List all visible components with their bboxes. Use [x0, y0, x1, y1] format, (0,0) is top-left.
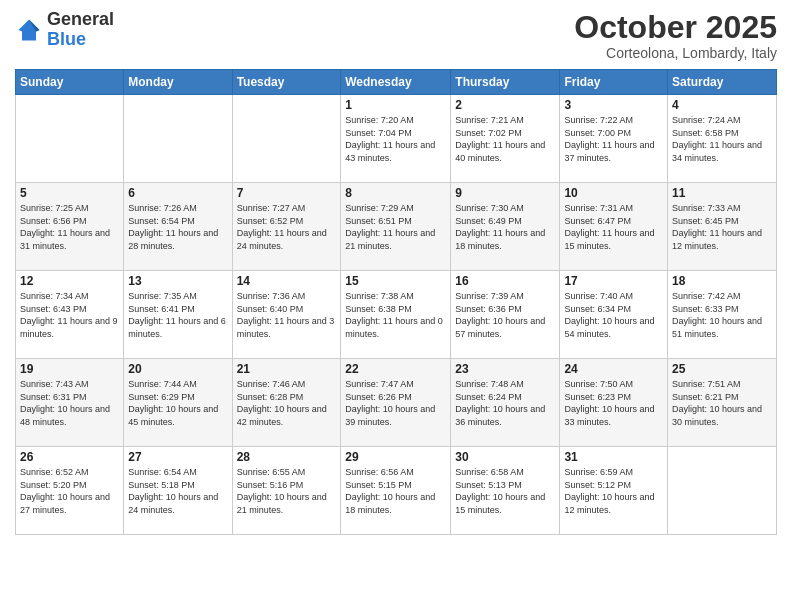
day-info: Sunrise: 7:26 AM Sunset: 6:54 PM Dayligh… — [128, 202, 227, 252]
day-info: Sunrise: 7:22 AM Sunset: 7:00 PM Dayligh… — [564, 114, 663, 164]
table-row: 26Sunrise: 6:52 AM Sunset: 5:20 PM Dayli… — [16, 447, 124, 535]
day-info: Sunrise: 7:42 AM Sunset: 6:33 PM Dayligh… — [672, 290, 772, 340]
generalblue-logo-icon — [15, 16, 43, 44]
day-info: Sunrise: 7:30 AM Sunset: 6:49 PM Dayligh… — [455, 202, 555, 252]
calendar-week-row: 12Sunrise: 7:34 AM Sunset: 6:43 PM Dayli… — [16, 271, 777, 359]
day-info: Sunrise: 6:54 AM Sunset: 5:18 PM Dayligh… — [128, 466, 227, 516]
day-number: 21 — [237, 362, 337, 376]
day-info: Sunrise: 7:47 AM Sunset: 6:26 PM Dayligh… — [345, 378, 446, 428]
day-number: 23 — [455, 362, 555, 376]
table-row: 13Sunrise: 7:35 AM Sunset: 6:41 PM Dayli… — [124, 271, 232, 359]
col-friday: Friday — [560, 70, 668, 95]
day-number: 16 — [455, 274, 555, 288]
title-section: October 2025 Corteolona, Lombardy, Italy — [574, 10, 777, 61]
col-saturday: Saturday — [668, 70, 777, 95]
day-info: Sunrise: 7:39 AM Sunset: 6:36 PM Dayligh… — [455, 290, 555, 340]
day-info: Sunrise: 7:33 AM Sunset: 6:45 PM Dayligh… — [672, 202, 772, 252]
day-number: 19 — [20, 362, 119, 376]
table-row: 4Sunrise: 7:24 AM Sunset: 6:58 PM Daylig… — [668, 95, 777, 183]
table-row: 18Sunrise: 7:42 AM Sunset: 6:33 PM Dayli… — [668, 271, 777, 359]
logo-general: General — [47, 9, 114, 29]
col-wednesday: Wednesday — [341, 70, 451, 95]
day-info: Sunrise: 7:38 AM Sunset: 6:38 PM Dayligh… — [345, 290, 446, 340]
month-title: October 2025 — [574, 10, 777, 45]
day-number: 2 — [455, 98, 555, 112]
day-info: Sunrise: 6:55 AM Sunset: 5:16 PM Dayligh… — [237, 466, 337, 516]
header: General Blue October 2025 Corteolona, Lo… — [15, 10, 777, 61]
day-info: Sunrise: 7:48 AM Sunset: 6:24 PM Dayligh… — [455, 378, 555, 428]
day-number: 25 — [672, 362, 772, 376]
day-info: Sunrise: 7:43 AM Sunset: 6:31 PM Dayligh… — [20, 378, 119, 428]
location: Corteolona, Lombardy, Italy — [574, 45, 777, 61]
day-number: 7 — [237, 186, 337, 200]
table-row: 20Sunrise: 7:44 AM Sunset: 6:29 PM Dayli… — [124, 359, 232, 447]
day-number: 6 — [128, 186, 227, 200]
day-number: 26 — [20, 450, 119, 464]
day-number: 13 — [128, 274, 227, 288]
table-row: 29Sunrise: 6:56 AM Sunset: 5:15 PM Dayli… — [341, 447, 451, 535]
day-number: 9 — [455, 186, 555, 200]
day-number: 10 — [564, 186, 663, 200]
day-info: Sunrise: 7:27 AM Sunset: 6:52 PM Dayligh… — [237, 202, 337, 252]
col-sunday: Sunday — [16, 70, 124, 95]
table-row — [16, 95, 124, 183]
day-number: 5 — [20, 186, 119, 200]
calendar-week-row: 19Sunrise: 7:43 AM Sunset: 6:31 PM Dayli… — [16, 359, 777, 447]
table-row: 23Sunrise: 7:48 AM Sunset: 6:24 PM Dayli… — [451, 359, 560, 447]
table-row: 10Sunrise: 7:31 AM Sunset: 6:47 PM Dayli… — [560, 183, 668, 271]
day-info: Sunrise: 7:35 AM Sunset: 6:41 PM Dayligh… — [128, 290, 227, 340]
table-row: 16Sunrise: 7:39 AM Sunset: 6:36 PM Dayli… — [451, 271, 560, 359]
table-row: 7Sunrise: 7:27 AM Sunset: 6:52 PM Daylig… — [232, 183, 341, 271]
table-row: 8Sunrise: 7:29 AM Sunset: 6:51 PM Daylig… — [341, 183, 451, 271]
table-row: 17Sunrise: 7:40 AM Sunset: 6:34 PM Dayli… — [560, 271, 668, 359]
day-number: 24 — [564, 362, 663, 376]
table-row: 6Sunrise: 7:26 AM Sunset: 6:54 PM Daylig… — [124, 183, 232, 271]
table-row: 19Sunrise: 7:43 AM Sunset: 6:31 PM Dayli… — [16, 359, 124, 447]
day-info: Sunrise: 6:52 AM Sunset: 5:20 PM Dayligh… — [20, 466, 119, 516]
logo-blue: Blue — [47, 29, 86, 49]
calendar-week-row: 1Sunrise: 7:20 AM Sunset: 7:04 PM Daylig… — [16, 95, 777, 183]
day-number: 11 — [672, 186, 772, 200]
col-monday: Monday — [124, 70, 232, 95]
page: General Blue October 2025 Corteolona, Lo… — [0, 0, 792, 612]
table-row: 25Sunrise: 7:51 AM Sunset: 6:21 PM Dayli… — [668, 359, 777, 447]
day-info: Sunrise: 7:34 AM Sunset: 6:43 PM Dayligh… — [20, 290, 119, 340]
table-row — [668, 447, 777, 535]
day-info: Sunrise: 7:36 AM Sunset: 6:40 PM Dayligh… — [237, 290, 337, 340]
day-number: 3 — [564, 98, 663, 112]
logo-text: General Blue — [47, 10, 114, 50]
day-info: Sunrise: 7:40 AM Sunset: 6:34 PM Dayligh… — [564, 290, 663, 340]
logo: General Blue — [15, 10, 114, 50]
table-row: 30Sunrise: 6:58 AM Sunset: 5:13 PM Dayli… — [451, 447, 560, 535]
day-number: 14 — [237, 274, 337, 288]
calendar-week-row: 5Sunrise: 7:25 AM Sunset: 6:56 PM Daylig… — [16, 183, 777, 271]
day-number: 31 — [564, 450, 663, 464]
day-number: 20 — [128, 362, 227, 376]
table-row — [232, 95, 341, 183]
table-row: 22Sunrise: 7:47 AM Sunset: 6:26 PM Dayli… — [341, 359, 451, 447]
calendar-week-row: 26Sunrise: 6:52 AM Sunset: 5:20 PM Dayli… — [16, 447, 777, 535]
day-info: Sunrise: 6:59 AM Sunset: 5:12 PM Dayligh… — [564, 466, 663, 516]
table-row: 14Sunrise: 7:36 AM Sunset: 6:40 PM Dayli… — [232, 271, 341, 359]
day-number: 4 — [672, 98, 772, 112]
day-number: 30 — [455, 450, 555, 464]
day-number: 22 — [345, 362, 446, 376]
day-info: Sunrise: 7:50 AM Sunset: 6:23 PM Dayligh… — [564, 378, 663, 428]
day-number: 15 — [345, 274, 446, 288]
col-tuesday: Tuesday — [232, 70, 341, 95]
calendar-header-row: Sunday Monday Tuesday Wednesday Thursday… — [16, 70, 777, 95]
day-number: 12 — [20, 274, 119, 288]
table-row: 24Sunrise: 7:50 AM Sunset: 6:23 PM Dayli… — [560, 359, 668, 447]
day-info: Sunrise: 7:21 AM Sunset: 7:02 PM Dayligh… — [455, 114, 555, 164]
day-number: 17 — [564, 274, 663, 288]
table-row: 21Sunrise: 7:46 AM Sunset: 6:28 PM Dayli… — [232, 359, 341, 447]
table-row: 9Sunrise: 7:30 AM Sunset: 6:49 PM Daylig… — [451, 183, 560, 271]
day-number: 1 — [345, 98, 446, 112]
table-row: 3Sunrise: 7:22 AM Sunset: 7:00 PM Daylig… — [560, 95, 668, 183]
day-number: 27 — [128, 450, 227, 464]
day-info: Sunrise: 7:44 AM Sunset: 6:29 PM Dayligh… — [128, 378, 227, 428]
day-info: Sunrise: 7:24 AM Sunset: 6:58 PM Dayligh… — [672, 114, 772, 164]
table-row: 27Sunrise: 6:54 AM Sunset: 5:18 PM Dayli… — [124, 447, 232, 535]
day-info: Sunrise: 7:20 AM Sunset: 7:04 PM Dayligh… — [345, 114, 446, 164]
day-number: 8 — [345, 186, 446, 200]
